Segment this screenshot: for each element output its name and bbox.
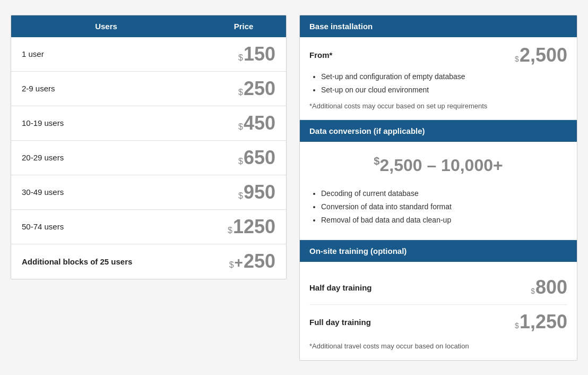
training-price: $ 1,250 xyxy=(515,312,567,331)
dollar-sign: $ xyxy=(531,287,535,295)
table-row: 10-19 users $ 450 xyxy=(11,106,286,141)
row-users: 20-29 users xyxy=(11,146,201,169)
row-price: $ 150 xyxy=(201,37,286,71)
table-row: Additional blocks of 25 users $ + 250 xyxy=(11,244,286,279)
row-price: $ 650 xyxy=(201,141,286,175)
base-bullets: Set-up and configuration of empty databa… xyxy=(309,71,567,96)
row-users: Additional blocks of 25 users xyxy=(11,250,201,274)
training-price: $ 800 xyxy=(531,278,567,297)
training-label: Half day training xyxy=(309,283,372,292)
training-footnote: *Additional travel costs may occur based… xyxy=(309,341,567,352)
table-row: 2-9 users $ 250 xyxy=(11,72,286,106)
onsite-training-body: Half day training $ 800 Full day trainin… xyxy=(300,262,577,360)
row-users: 1 user xyxy=(11,42,201,66)
base-footnote: *Additional costs may occur based on set… xyxy=(309,101,567,112)
header-price: Price xyxy=(201,15,286,37)
table-header: Users Price xyxy=(11,15,286,37)
price-amount: 450 xyxy=(244,114,275,133)
training-price-amount: 1,250 xyxy=(520,312,567,331)
training-label: Full day training xyxy=(309,318,371,327)
training-price-amount: 800 xyxy=(535,278,567,297)
row-price: $ 250 xyxy=(201,72,286,106)
table-row: 30-49 users $ 950 xyxy=(11,175,286,210)
price-display: $ 1250 xyxy=(228,217,275,236)
dollar-sign: $ xyxy=(238,192,243,200)
onsite-training-header: On-site training (optional) xyxy=(300,240,577,262)
dollar-sign: $ xyxy=(228,226,232,235)
base-installation-header: Base installation xyxy=(300,15,577,37)
row-price: $ + 250 xyxy=(201,244,286,279)
header-users: Users xyxy=(11,15,201,37)
right-panel: Base installation From* $ 2,500 Set-up a… xyxy=(299,15,577,361)
row-users: 2-9 users xyxy=(11,76,201,100)
table-row: 20-29 users $ 650 xyxy=(11,141,286,175)
price-amount: 1250 xyxy=(233,217,275,236)
row-price: $ 950 xyxy=(201,175,286,209)
base-installation-body: From* $ 2,500 Set-up and configuration o… xyxy=(300,37,577,121)
data-conversion-header: Data conversion (if applicable) xyxy=(300,120,577,142)
row-users: 50-74 users xyxy=(11,215,201,238)
data-conversion-body: $2,500 – 10,000+ Decoding of current dat… xyxy=(300,142,577,240)
dollar-sign: $ xyxy=(515,322,519,329)
price-range-text: 2,500 – 10,000+ xyxy=(379,156,503,175)
training-row: Full day training $ 1,250 xyxy=(309,304,567,339)
price-range: $2,500 – 10,000+ xyxy=(309,150,567,181)
dollar-sign: $ xyxy=(238,88,243,97)
bullet-item: Set-up on our cloud environment xyxy=(321,84,567,96)
row-price: $ 1250 xyxy=(201,210,286,244)
price-plus: + xyxy=(235,254,243,271)
price-amount: 250 xyxy=(244,252,275,271)
from-price: $ 2,500 xyxy=(515,46,567,65)
table-row: 1 user $ 150 xyxy=(11,37,286,72)
price-display: $ 950 xyxy=(238,183,275,202)
dollar-sign: $ xyxy=(238,54,243,62)
from-price-amount: 2,500 xyxy=(520,46,567,65)
training-row: Half day training $ 800 xyxy=(309,270,567,304)
row-price: $ 450 xyxy=(201,106,286,140)
dollar-sign: $ xyxy=(229,261,234,269)
bullet-item: Set-up and configuration of empty databa… xyxy=(321,71,567,82)
row-users: 10-19 users xyxy=(11,111,201,135)
bullet-item: Removal of bad data and data clean-up xyxy=(321,215,567,226)
conversion-bullets: Decoding of current databaseConversion o… xyxy=(309,188,567,226)
pricing-table: Users Price 1 user $ 150 2-9 users $ 250 xyxy=(11,15,287,279)
price-display: $ 150 xyxy=(238,45,275,64)
dollar-sign: $ xyxy=(238,157,243,166)
bullet-item: Decoding of current database xyxy=(321,188,567,199)
price-amount: 950 xyxy=(244,183,275,202)
row-users: 30-49 users xyxy=(11,180,201,204)
from-label: From* xyxy=(309,50,332,59)
price-display: $ + 250 xyxy=(229,252,275,271)
price-display: $ 650 xyxy=(238,148,275,167)
price-amount: 150 xyxy=(244,45,275,64)
dollar-sign: $ xyxy=(238,123,243,131)
dollar-sign-range: $ xyxy=(374,155,379,167)
dollar-sign: $ xyxy=(515,55,519,63)
main-container: Users Price 1 user $ 150 2-9 users $ 250 xyxy=(0,4,588,371)
price-display: $ 250 xyxy=(238,79,275,98)
price-display: $ 450 xyxy=(238,114,275,133)
base-price-row: From* $ 2,500 xyxy=(309,46,567,65)
table-row: 50-74 users $ 1250 xyxy=(11,210,286,244)
price-amount: 250 xyxy=(244,79,275,98)
price-amount: 650 xyxy=(244,148,275,167)
bullet-item: Conversion of data into standard format xyxy=(321,201,567,212)
